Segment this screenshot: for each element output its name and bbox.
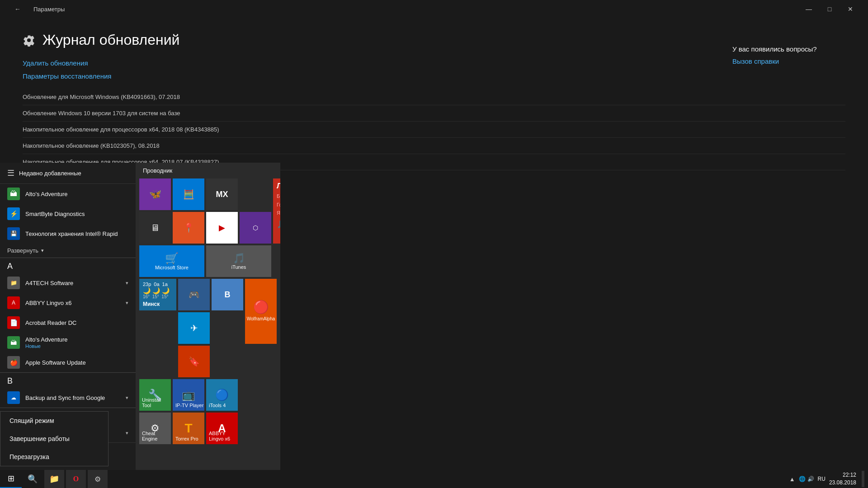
tile-mx[interactable]: MX: [206, 178, 238, 210]
app-a4tech[interactable]: 📁 A4TECH Software ▾: [0, 273, 136, 293]
update-item: Обновление для Microsoft Windows (KB4091…: [23, 89, 845, 105]
delete-updates-link[interactable]: Удалить обновления: [23, 59, 88, 67]
weather-times: 23p0a1a: [143, 282, 173, 287]
page-title: Журнал обновлений: [42, 32, 179, 48]
app-name-backup: Backup and Sync from Google: [25, 394, 105, 401]
search-button[interactable]: 🔍: [22, 470, 43, 488]
call-help-link[interactable]: Вызов справки: [732, 57, 779, 65]
taskbar-right: ▲ 🌐 🔊 RU 22:12 23.08.2018: [789, 471, 868, 487]
weather-icons: 🌙 🌙 🌙: [143, 287, 173, 294]
settings-icon: ⚙: [94, 475, 101, 483]
tile-yt[interactable]: ▶: [206, 212, 238, 244]
tile-ms-store-label: Microsoft Store: [155, 265, 189, 270]
tile-itools-label: iTools 4: [209, 403, 226, 408]
app-name-abbyy: ABBYY Lingvo x6: [25, 300, 71, 306]
titlebar-controls: — □ ✕: [798, 2, 861, 16]
app-name-apple: Apple Software Update: [25, 359, 86, 366]
taskbar-left: ⊞ 🔍 📁 O ⚙: [0, 470, 108, 488]
app-name-acrobat: Acrobat Reader DC: [25, 319, 76, 326]
help-title: У вас появились вопросы?: [732, 45, 845, 53]
page-header: Журнал обновлений: [23, 32, 845, 48]
tile-wolfram[interactable]: 🔴 WolframAlpha: [245, 279, 277, 344]
shutdown-menu-item[interactable]: Завершение работы: [0, 430, 108, 448]
app-icon-acrobat: 📄: [7, 316, 20, 329]
tile-abbyy2[interactable]: A ABBYY Lingvo x6: [206, 413, 238, 444]
app-icon-apple: 🍎: [7, 356, 20, 369]
sleep-menu-item[interactable]: Спящий режим: [0, 412, 108, 430]
tile-vk[interactable]: В: [212, 279, 243, 310]
opera-taskbar-button[interactable]: O: [66, 470, 86, 488]
tile-wolfram-label: WolframAlpha: [245, 314, 277, 323]
app-name-a4tech: A4TECH Software: [25, 280, 73, 286]
tiles-header: Проводник: [136, 163, 280, 178]
tile-cheat-engine[interactable]: ⚙ Cheat Engine: [139, 413, 171, 444]
file-explorer-taskbar-button[interactable]: 📁: [44, 470, 64, 488]
tile-butterfly[interactable]: 🦋: [139, 178, 171, 210]
tile-cheat-engine-label: Cheat Engine: [142, 431, 171, 441]
weather-temps: 16° 15° 15°: [143, 294, 173, 299]
tile-vs[interactable]: ⬡: [240, 212, 271, 244]
windows-icon: ⊞: [8, 474, 14, 483]
close-button[interactable]: ✕: [840, 2, 861, 16]
titlebar-title: Параметры: [33, 6, 65, 13]
restart-menu-item[interactable]: Перезагрузка: [0, 448, 108, 466]
tile-iptv[interactable]: 📺 IP-TV Player: [173, 379, 204, 411]
language-indicator[interactable]: RU: [818, 476, 826, 482]
titlebar: ← Параметры — □ ✕: [0, 0, 868, 18]
tile-maps[interactable]: 📍: [173, 212, 204, 244]
tile-itunes[interactable]: 🎵 iTunes: [206, 245, 271, 277]
opera-icon: O: [73, 475, 79, 483]
recent-app-smartbyte[interactable]: ⚡ SmartByte Diagnostics: [0, 204, 136, 224]
settings-gear-icon: [23, 34, 35, 47]
time-display: 22:12: [829, 471, 856, 479]
app-icon-a4tech: 📁: [7, 277, 20, 289]
app-icon-altos: 🏔: [7, 188, 20, 200]
recently-added-label: Недавно добавленные: [19, 170, 81, 177]
tile-torrex[interactable]: T Torrex Pro: [173, 413, 204, 444]
tile-steam[interactable]: 🎮: [178, 279, 210, 310]
chevron-down-icon: ▾: [126, 300, 128, 306]
chevron-down-icon: ▾: [126, 430, 128, 436]
recent-app-altos[interactable]: 🏔 Alto's Adventure: [0, 184, 136, 204]
back-button[interactable]: ←: [7, 2, 28, 16]
app-abbyy[interactable]: A ABBYY Lingvo x6 ▾: [0, 293, 136, 313]
tile-lailaki[interactable]: Лайки Би-2Горизонт соб...Яндекс.М... 🎵: [273, 178, 280, 244]
tile-itools[interactable]: 🔵 iTools 4: [206, 379, 238, 411]
update-item: Накопительное обновление для процессоров…: [23, 122, 845, 138]
tile-uninstall[interactable]: 🔧 Uninstall Tool: [139, 379, 171, 411]
chevron-up-icon[interactable]: ▲: [789, 476, 795, 483]
tile-calc[interactable]: 🧮: [173, 178, 204, 210]
volume-icon: 🔊: [807, 476, 814, 482]
tile-itunes-label: iTunes: [231, 264, 246, 270]
tile-telegram[interactable]: ✈: [178, 312, 210, 344]
expand-button[interactable]: Развернуть ▾: [0, 244, 136, 258]
recent-app-intel[interactable]: 💾 Технология хранения Intel® Rapid: [0, 224, 136, 244]
expand-chevron-icon: ▾: [41, 248, 44, 253]
tile-screen[interactable]: 🖥: [139, 212, 171, 244]
minimize-button[interactable]: —: [798, 2, 819, 16]
recovery-params-link[interactable]: Параметры восстановления: [23, 72, 111, 80]
start-menu-tiles: Проводник 🦋 🧮 MX 🖥 📍 ▶ ⬡ Лайки Би-2: [136, 163, 280, 470]
start-button[interactable]: ⊞: [0, 470, 22, 488]
app-altos-a[interactable]: 🏔 Alto's Adventure Новые: [0, 333, 136, 352]
settings-taskbar-button[interactable]: ⚙: [88, 470, 108, 488]
hamburger-icon[interactable]: ☰: [7, 168, 14, 178]
app-apple[interactable]: 🍎 Apple Software Update: [0, 352, 136, 372]
search-icon: 🔍: [28, 474, 38, 484]
section-a-header: А: [0, 258, 136, 273]
tile-bookmarks[interactable]: 🔖: [178, 346, 210, 377]
update-item: Накопительное обновление (KB1023057), 08…: [23, 138, 845, 154]
tile-abbyy2-label: ABBYY Lingvo x6: [209, 431, 238, 441]
app-acrobat[interactable]: 📄 Acrobat Reader DC: [0, 313, 136, 333]
power-menu: Спящий режим Завершение работы Перезагру…: [0, 411, 108, 466]
app-list: 🏔 Alto's Adventure ⚡ SmartByte Diagnosti…: [0, 184, 136, 442]
show-desktop-button[interactable]: [862, 471, 864, 487]
tile-ms-store[interactable]: 🛒 Microsoft Store: [139, 245, 204, 277]
expand-label: Развернуть: [7, 247, 38, 254]
app-backup[interactable]: ☁ Backup and Sync from Google ▾: [0, 388, 136, 408]
app-icon-backup: ☁: [7, 391, 20, 404]
update-item: Обновление Windows 10 версии 1703 для си…: [23, 105, 845, 122]
maximize-button[interactable]: □: [819, 2, 840, 16]
tile-weather[interactable]: 23p0a1a 🌙 🌙 🌙 16° 15° 15° Минск: [139, 279, 176, 310]
network-icon: 🌐: [799, 476, 806, 482]
